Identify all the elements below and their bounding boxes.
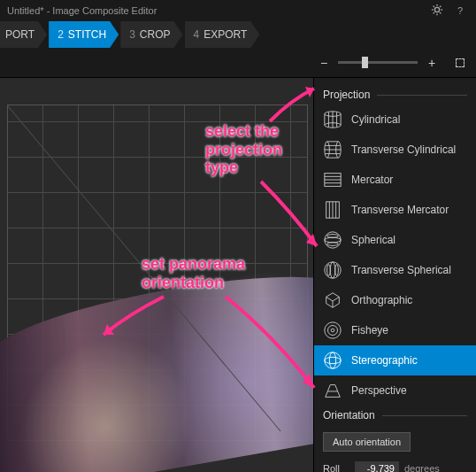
tab-crop[interactable]: 3 CROP [120,21,182,48]
tab-import[interactable]: PORT [0,21,47,48]
tab-export[interactable]: 4 EXPORT [185,21,260,48]
transverse-cylindrical-icon [323,140,342,159]
svg-point-34 [327,243,339,246]
projection-section-header: Projection [314,85,476,104]
projection-orthographic[interactable]: Orthographic [314,285,476,315]
step-tabs: PORT 2 STITCH 3 CROP 4 EXPORT [0,21,476,48]
projection-label: Transverse Cylindrical [351,143,456,156]
perspective-icon [323,381,342,400]
divider [377,95,467,96]
projection-list: Cylindrical Transverse Cylindrical Merca… [314,104,476,406]
tab-num: 2 [58,28,64,41]
projection-transverse-mercator[interactable]: Transverse Mercator [314,195,476,225]
tab-label: CROP [140,28,171,41]
tab-label: EXPORT [203,28,247,41]
roll-label: Roll [323,463,349,472]
title-bar: Untitled* - Image Composite Editor ? [0,0,476,21]
help-icon[interactable]: ? [451,5,469,16]
svg-line-6 [440,12,441,13]
projection-mercator[interactable]: Mercator [314,165,476,195]
roll-value[interactable]: -9.739 [355,461,399,472]
spherical-icon [323,230,342,250]
transverse-spherical-icon [323,260,342,280]
projection-perspective[interactable]: Perspective [314,375,476,406]
projection-fisheye[interactable]: Fisheye [314,315,476,345]
panorama-preview[interactable] [0,258,313,472]
projection-header-label: Projection [323,89,370,101]
gear-icon[interactable] [428,4,446,18]
side-panel: Projection Cylindrical Transverse Cylind… [313,78,476,472]
projection-cylindrical[interactable]: Cylindrical [314,104,476,135]
divider [382,415,467,416]
projection-transverse-spherical[interactable]: Transverse Spherical [314,255,476,285]
svg-point-43 [325,352,341,368]
projection-label: Cylindrical [351,113,400,126]
projection-label: Fisheye [351,324,388,337]
projection-label: Spherical [351,234,395,246]
projection-label: Mercator [351,174,393,186]
stereographic-icon [323,351,342,370]
zoom-toolbar: − + [0,48,476,78]
canvas-area[interactable] [0,78,313,472]
projection-label: Transverse Spherical [351,264,451,276]
zoom-out-button[interactable]: − [317,56,331,70]
orientation-roll-row: Roll -9.739 degrees [314,459,476,472]
svg-point-37 [327,265,331,276]
projection-label: Orthographic [351,294,412,306]
svg-point-45 [329,352,335,368]
projection-stereographic[interactable]: Stereographic [314,345,476,375]
tab-stitch[interactable]: 2 STITCH [49,21,119,48]
zoom-in-button[interactable]: + [425,56,439,70]
fisheye-icon [323,321,342,340]
svg-point-44 [325,357,341,363]
svg-line-7 [434,12,434,13]
tab-num: 3 [129,28,135,41]
fit-to-screen-button[interactable] [453,56,467,70]
projection-label: Transverse Mercator [351,204,449,216]
svg-point-0 [434,7,439,12]
window-title: Untitled* - Image Composite Editor [7,5,423,16]
svg-line-8 [440,6,441,7]
svg-point-36 [330,262,335,278]
projection-spherical[interactable]: Spherical [314,225,476,255]
orientation-header-label: Orientation [323,409,375,422]
orthographic-icon [323,290,342,310]
svg-point-40 [325,322,341,338]
svg-point-32 [325,237,341,243]
svg-point-42 [331,329,334,332]
cylindrical-icon [323,110,342,129]
zoom-slider[interactable] [338,61,418,64]
transverse-mercator-icon [323,200,342,220]
mercator-icon [323,170,342,190]
roll-unit: degrees [404,463,440,472]
svg-point-33 [327,235,339,238]
projection-transverse-cylindrical[interactable]: Transverse Cylindrical [314,135,476,165]
projection-label: Stereographic [351,354,418,367]
projection-label: Perspective [351,384,407,397]
tab-label: STITCH [68,28,106,41]
tab-label: PORT [5,28,35,41]
svg-line-5 [434,6,434,7]
svg-point-38 [335,265,339,276]
zoom-slider-thumb[interactable] [362,57,368,68]
tab-num: 4 [194,28,200,41]
auto-orientation-button[interactable]: Auto orientation [323,432,411,452]
orientation-section-header: Orientation [314,406,476,425]
svg-point-41 [328,326,338,336]
projection-grid[interactable] [7,104,308,441]
